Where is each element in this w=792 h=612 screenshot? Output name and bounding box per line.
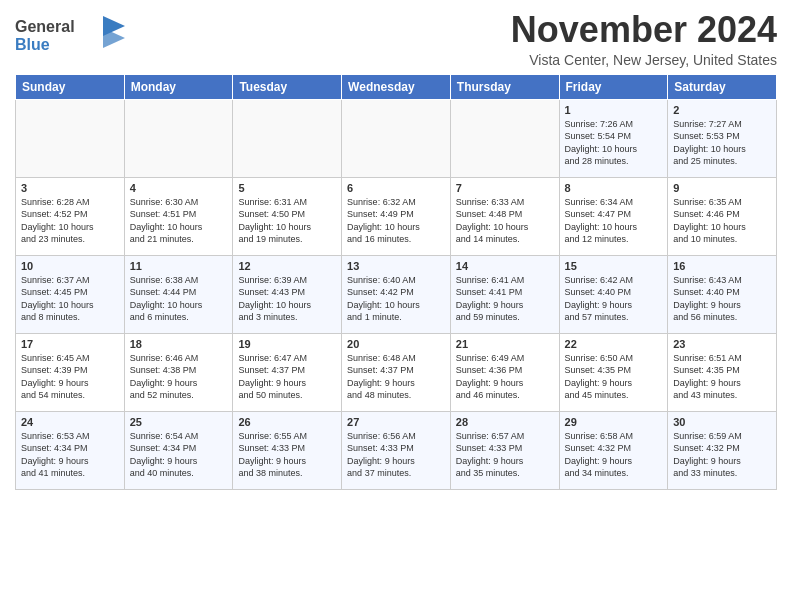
day-number: 28 — [456, 416, 554, 428]
day-number: 23 — [673, 338, 771, 350]
day-cell: 11Sunrise: 6:38 AM Sunset: 4:44 PM Dayli… — [124, 255, 233, 333]
header: General Blue November 2024 Vista Center,… — [15, 10, 777, 68]
day-number: 5 — [238, 182, 336, 194]
day-cell: 12Sunrise: 6:39 AM Sunset: 4:43 PM Dayli… — [233, 255, 342, 333]
day-cell: 21Sunrise: 6:49 AM Sunset: 4:36 PM Dayli… — [450, 333, 559, 411]
day-info: Sunrise: 6:37 AM Sunset: 4:45 PM Dayligh… — [21, 274, 119, 324]
day-cell: 29Sunrise: 6:58 AM Sunset: 4:32 PM Dayli… — [559, 411, 668, 489]
day-info: Sunrise: 6:43 AM Sunset: 4:40 PM Dayligh… — [673, 274, 771, 324]
day-number: 24 — [21, 416, 119, 428]
week-row-3: 10Sunrise: 6:37 AM Sunset: 4:45 PM Dayli… — [16, 255, 777, 333]
day-cell: 6Sunrise: 6:32 AM Sunset: 4:49 PM Daylig… — [342, 177, 451, 255]
day-cell: 16Sunrise: 6:43 AM Sunset: 4:40 PM Dayli… — [668, 255, 777, 333]
day-number: 21 — [456, 338, 554, 350]
day-cell: 27Sunrise: 6:56 AM Sunset: 4:33 PM Dayli… — [342, 411, 451, 489]
day-cell: 15Sunrise: 6:42 AM Sunset: 4:40 PM Dayli… — [559, 255, 668, 333]
day-info: Sunrise: 7:26 AM Sunset: 5:54 PM Dayligh… — [565, 118, 663, 168]
day-number: 9 — [673, 182, 771, 194]
day-number: 1 — [565, 104, 663, 116]
day-number: 8 — [565, 182, 663, 194]
day-cell: 5Sunrise: 6:31 AM Sunset: 4:50 PM Daylig… — [233, 177, 342, 255]
day-info: Sunrise: 6:35 AM Sunset: 4:46 PM Dayligh… — [673, 196, 771, 246]
day-info: Sunrise: 6:58 AM Sunset: 4:32 PM Dayligh… — [565, 430, 663, 480]
day-info: Sunrise: 6:31 AM Sunset: 4:50 PM Dayligh… — [238, 196, 336, 246]
day-number: 27 — [347, 416, 445, 428]
day-number: 30 — [673, 416, 771, 428]
calendar-header: SundayMondayTuesdayWednesdayThursdayFrid… — [16, 74, 777, 99]
day-info: Sunrise: 6:45 AM Sunset: 4:39 PM Dayligh… — [21, 352, 119, 402]
day-number: 26 — [238, 416, 336, 428]
day-number: 12 — [238, 260, 336, 272]
day-number: 14 — [456, 260, 554, 272]
day-cell — [16, 99, 125, 177]
day-cell: 24Sunrise: 6:53 AM Sunset: 4:34 PM Dayli… — [16, 411, 125, 489]
day-number: 19 — [238, 338, 336, 350]
day-info: Sunrise: 6:47 AM Sunset: 4:37 PM Dayligh… — [238, 352, 336, 402]
day-info: Sunrise: 6:30 AM Sunset: 4:51 PM Dayligh… — [130, 196, 228, 246]
calendar-table: SundayMondayTuesdayWednesdayThursdayFrid… — [15, 74, 777, 490]
day-number: 29 — [565, 416, 663, 428]
day-cell: 9Sunrise: 6:35 AM Sunset: 4:46 PM Daylig… — [668, 177, 777, 255]
day-cell: 10Sunrise: 6:37 AM Sunset: 4:45 PM Dayli… — [16, 255, 125, 333]
day-info: Sunrise: 6:50 AM Sunset: 4:35 PM Dayligh… — [565, 352, 663, 402]
week-row-2: 3Sunrise: 6:28 AM Sunset: 4:52 PM Daylig… — [16, 177, 777, 255]
day-number: 16 — [673, 260, 771, 272]
calendar-body: 1Sunrise: 7:26 AM Sunset: 5:54 PM Daylig… — [16, 99, 777, 489]
day-cell: 25Sunrise: 6:54 AM Sunset: 4:34 PM Dayli… — [124, 411, 233, 489]
day-number: 25 — [130, 416, 228, 428]
day-info: Sunrise: 6:56 AM Sunset: 4:33 PM Dayligh… — [347, 430, 445, 480]
day-info: Sunrise: 6:49 AM Sunset: 4:36 PM Dayligh… — [456, 352, 554, 402]
day-cell — [450, 99, 559, 177]
day-info: Sunrise: 6:28 AM Sunset: 4:52 PM Dayligh… — [21, 196, 119, 246]
day-number: 11 — [130, 260, 228, 272]
svg-text:Blue: Blue — [15, 36, 50, 53]
day-cell: 1Sunrise: 7:26 AM Sunset: 5:54 PM Daylig… — [559, 99, 668, 177]
day-info: Sunrise: 6:41 AM Sunset: 4:41 PM Dayligh… — [456, 274, 554, 324]
day-info: Sunrise: 6:38 AM Sunset: 4:44 PM Dayligh… — [130, 274, 228, 324]
day-number: 4 — [130, 182, 228, 194]
day-info: Sunrise: 6:40 AM Sunset: 4:42 PM Dayligh… — [347, 274, 445, 324]
day-info: Sunrise: 6:39 AM Sunset: 4:43 PM Dayligh… — [238, 274, 336, 324]
logo: General Blue — [15, 14, 125, 60]
subtitle: Vista Center, New Jersey, United States — [511, 52, 777, 68]
day-cell: 2Sunrise: 7:27 AM Sunset: 5:53 PM Daylig… — [668, 99, 777, 177]
day-info: Sunrise: 6:59 AM Sunset: 4:32 PM Dayligh… — [673, 430, 771, 480]
header-cell-friday: Friday — [559, 74, 668, 99]
header-cell-thursday: Thursday — [450, 74, 559, 99]
main-container: General Blue November 2024 Vista Center,… — [0, 0, 792, 495]
day-number: 15 — [565, 260, 663, 272]
day-number: 20 — [347, 338, 445, 350]
day-info: Sunrise: 6:57 AM Sunset: 4:33 PM Dayligh… — [456, 430, 554, 480]
day-info: Sunrise: 6:55 AM Sunset: 4:33 PM Dayligh… — [238, 430, 336, 480]
day-info: Sunrise: 6:53 AM Sunset: 4:34 PM Dayligh… — [21, 430, 119, 480]
header-cell-tuesday: Tuesday — [233, 74, 342, 99]
header-cell-wednesday: Wednesday — [342, 74, 451, 99]
day-cell — [124, 99, 233, 177]
week-row-1: 1Sunrise: 7:26 AM Sunset: 5:54 PM Daylig… — [16, 99, 777, 177]
day-number: 6 — [347, 182, 445, 194]
logo-text: General Blue — [15, 14, 125, 60]
day-number: 17 — [21, 338, 119, 350]
day-cell: 3Sunrise: 6:28 AM Sunset: 4:52 PM Daylig… — [16, 177, 125, 255]
header-row: SundayMondayTuesdayWednesdayThursdayFrid… — [16, 74, 777, 99]
day-cell: 20Sunrise: 6:48 AM Sunset: 4:37 PM Dayli… — [342, 333, 451, 411]
day-number: 10 — [21, 260, 119, 272]
day-cell: 7Sunrise: 6:33 AM Sunset: 4:48 PM Daylig… — [450, 177, 559, 255]
week-row-5: 24Sunrise: 6:53 AM Sunset: 4:34 PM Dayli… — [16, 411, 777, 489]
day-cell: 30Sunrise: 6:59 AM Sunset: 4:32 PM Dayli… — [668, 411, 777, 489]
day-info: Sunrise: 6:46 AM Sunset: 4:38 PM Dayligh… — [130, 352, 228, 402]
svg-text:General: General — [15, 18, 75, 35]
title-block: November 2024 Vista Center, New Jersey, … — [511, 10, 777, 68]
month-title: November 2024 — [511, 10, 777, 50]
day-number: 22 — [565, 338, 663, 350]
day-info: Sunrise: 6:51 AM Sunset: 4:35 PM Dayligh… — [673, 352, 771, 402]
day-info: Sunrise: 6:48 AM Sunset: 4:37 PM Dayligh… — [347, 352, 445, 402]
day-cell: 28Sunrise: 6:57 AM Sunset: 4:33 PM Dayli… — [450, 411, 559, 489]
week-row-4: 17Sunrise: 6:45 AM Sunset: 4:39 PM Dayli… — [16, 333, 777, 411]
day-info: Sunrise: 6:34 AM Sunset: 4:47 PM Dayligh… — [565, 196, 663, 246]
header-cell-saturday: Saturday — [668, 74, 777, 99]
day-cell — [233, 99, 342, 177]
day-cell — [342, 99, 451, 177]
day-info: Sunrise: 6:54 AM Sunset: 4:34 PM Dayligh… — [130, 430, 228, 480]
header-cell-monday: Monday — [124, 74, 233, 99]
